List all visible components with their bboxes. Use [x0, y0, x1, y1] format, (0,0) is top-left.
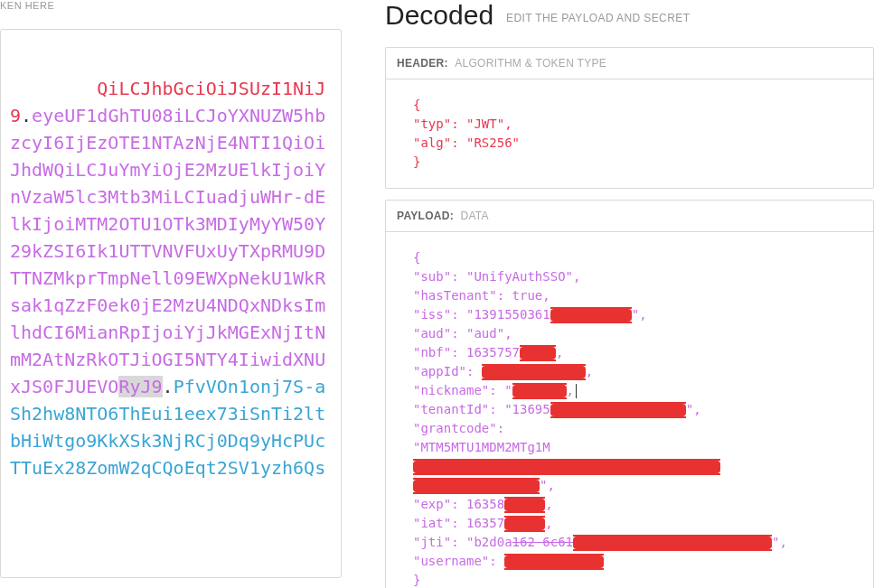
json-line: "hasTenant": true, [413, 286, 846, 305]
json-line: "iss": "1391550361", [413, 305, 846, 324]
text-cursor [576, 384, 577, 398]
payload-sublabel: DATA [460, 210, 488, 222]
json-line: "aud": "aud", [413, 324, 846, 343]
json-line: { [413, 96, 846, 115]
json-line: { [413, 248, 846, 267]
header-sublabel: ALGORITHM & TOKEN TYPE [455, 57, 606, 70]
json-line: "grantcode": [413, 419, 846, 438]
token-separator-dot: . [163, 376, 174, 397]
payload-section: PAYLOAD: DATA { "sub": "UnifyAuthSSO", "… [385, 200, 874, 588]
encoded-hint-label: KEN HERE [0, 0, 342, 27]
payload-section-title: PAYLOAD: DATA [386, 201, 873, 232]
jwt-token-textarea[interactable]: QiLCJhbGciOiJSUzI1NiJ9.eyeUF1dGhTU08iLCJ… [0, 29, 342, 578]
json-line: "exp": 16358, [413, 495, 846, 514]
json-line: } [413, 571, 846, 588]
payload-label: PAYLOAD: [397, 210, 454, 222]
decoded-subtitle: EDIT THE PAYLOAD AND SECRET [506, 12, 690, 24]
json-line: } [413, 153, 846, 172]
json-line: "sub": "UnifyAuthSSO", [413, 267, 846, 286]
decoded-title: Decoded [385, 0, 493, 31]
json-line: "MTM5MTU1MDM2MTg1M [413, 438, 846, 476]
json-line: "nbf": 1635757, [413, 343, 846, 362]
token-separator-dot: . [21, 105, 32, 126]
decoded-panel: Decoded EDIT THE PAYLOAD AND SECRET HEAD… [342, 0, 874, 588]
token-payload-highlight: RyJ9 [118, 376, 162, 397]
json-line: "jti": "b2d0a162-6c61", [413, 533, 846, 552]
json-line: "username": [413, 552, 846, 571]
encoded-panel: KEN HERE QiLCJhbGciOiJSUzI1NiJ9.eyeUF1dG… [0, 0, 342, 588]
payload-json-editor[interactable]: { "sub": "UnifyAuthSSO", "hasTenant": tr… [386, 232, 873, 588]
header-json-editor[interactable]: { "typ": "JWT", "alg": "RS256" } [386, 79, 873, 188]
header-section-title: HEADER: ALGORITHM & TOKEN TYPE [386, 48, 873, 79]
json-line: "typ": "JWT", [413, 115, 846, 134]
json-line: "iat": 16357, [413, 514, 846, 533]
json-line: "alg": "RS256" [413, 134, 846, 153]
token-payload-segment: eyeUF1dGhTU08iLCJoYXNUZW5hbzcyI6IjEzOTE1… [10, 105, 325, 397]
json-line: "nickname": ", [413, 381, 846, 400]
header-label: HEADER: [397, 57, 448, 70]
decoded-header-row: Decoded EDIT THE PAYLOAD AND SECRET [385, 0, 874, 31]
json-line: ", [413, 476, 846, 495]
json-line: "tenantId": "13695", [413, 400, 846, 419]
json-line: "appId": , [413, 362, 846, 381]
header-section: HEADER: ALGORITHM & TOKEN TYPE { "typ": … [385, 47, 874, 189]
